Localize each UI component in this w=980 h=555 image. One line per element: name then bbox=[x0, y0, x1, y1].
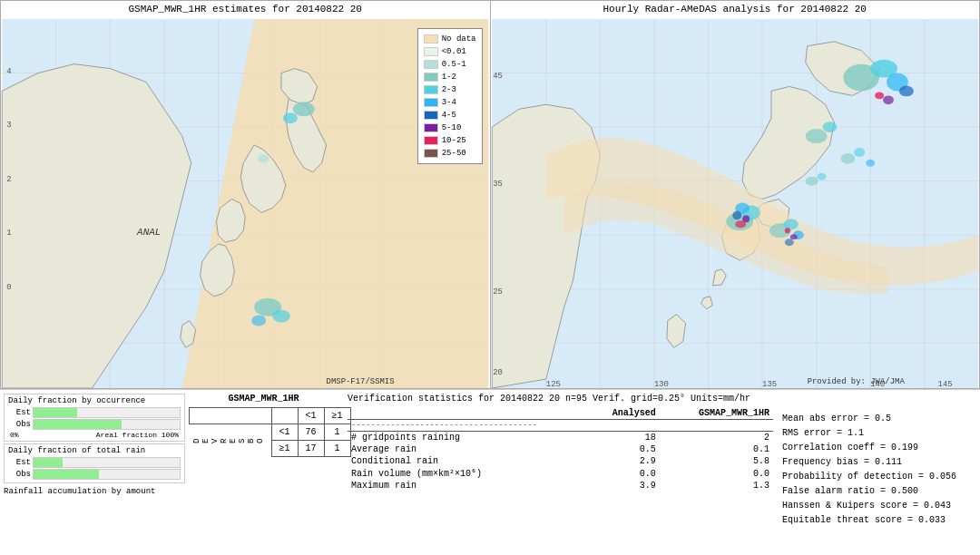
est-bar-row-2: Est bbox=[8, 457, 181, 468]
obs-label-2: Obs bbox=[8, 470, 31, 479]
axis-left-1: 0% bbox=[10, 431, 19, 439]
legend-color-nodata bbox=[424, 34, 438, 44]
verif-val-rainvol-a: 0.0 bbox=[585, 467, 660, 480]
svg-point-66 bbox=[805, 177, 818, 186]
main-container: GSMAP_MWR_1HR estimates for 20140822 20 … bbox=[0, 0, 980, 555]
verif-label-avgrain: Average rain bbox=[348, 443, 585, 455]
est-bar-fill-1 bbox=[34, 408, 77, 417]
color-legend: No data <0.01 0.5-1 1-2 2-3 bbox=[417, 28, 483, 164]
svg-point-65 bbox=[866, 160, 875, 167]
est-label-1: Est bbox=[8, 408, 31, 417]
legend-color-3 bbox=[424, 98, 438, 107]
svg-text:25: 25 bbox=[493, 287, 503, 297]
verif-val-avgrain-g: 0.1 bbox=[660, 443, 773, 455]
svg-text:Provided by: JWA/JMA: Provided by: JWA/JMA bbox=[807, 377, 905, 386]
verif-val-gridpoints-g: 2 bbox=[660, 432, 773, 444]
svg-text:ANAL: ANAL bbox=[136, 227, 161, 238]
obs-bar-row-2: Obs bbox=[8, 469, 181, 480]
ct-corner-empty2 bbox=[271, 408, 298, 424]
legend-item-3: 3-4 bbox=[424, 96, 476, 109]
verif-header-analysed: Analysed bbox=[585, 407, 660, 420]
svg-point-49 bbox=[805, 129, 827, 143]
svg-text:DMSP-F17/SSMIS: DMSP-F17/SSMIS bbox=[327, 377, 395, 386]
svg-point-67 bbox=[817, 173, 826, 180]
ct-row-header-2: ≥1 bbox=[271, 441, 298, 457]
svg-point-60 bbox=[784, 239, 793, 246]
svg-text:45: 45 bbox=[493, 72, 503, 81]
svg-text:20: 20 bbox=[493, 368, 503, 377]
legend-color-05 bbox=[424, 60, 438, 69]
legend-color-10 bbox=[424, 136, 438, 145]
metric-far: False alarm ratio = 0.500 bbox=[782, 484, 976, 499]
svg-text:35: 35 bbox=[493, 180, 503, 189]
right-map-canvas: 45 35 25 20 125 130 135 140 145 Provided… bbox=[491, 19, 980, 388]
left-map-title: GSMAP_MWR_1HR estimates for 20140822 20 bbox=[1, 1, 490, 17]
legend-item-5: 5-10 bbox=[424, 122, 476, 134]
axis-right-1: Areal fraction 100% bbox=[96, 431, 179, 439]
svg-point-16 bbox=[283, 112, 298, 123]
obs-bar-row-1: Obs bbox=[8, 419, 181, 430]
svg-text:1: 1 bbox=[6, 229, 11, 238]
metric-mae: Mean abs error = 0.5 bbox=[782, 412, 976, 426]
verif-val-maxrain-a: 3.9 bbox=[585, 480, 660, 492]
legend-label-25: 25-50 bbox=[442, 147, 466, 160]
est-bar-2 bbox=[33, 457, 181, 468]
right-map-svg: 45 35 25 20 125 130 135 140 145 Provided… bbox=[491, 19, 980, 388]
verif-header-empty bbox=[348, 407, 585, 420]
est-bar-row-1: Est bbox=[8, 407, 181, 418]
ct-corner-empty bbox=[190, 408, 272, 424]
verif-val-gridpoints-a: 18 bbox=[585, 432, 660, 444]
svg-point-58 bbox=[783, 219, 798, 229]
obs-bar-fill-1 bbox=[34, 420, 122, 429]
verif-separator: -------------------------------------- bbox=[348, 420, 773, 432]
legend-item-001: <0.01 bbox=[424, 45, 476, 58]
metric-pod: Probability of detection = 0.056 bbox=[782, 470, 976, 484]
verif-val-condrain-a: 2.9 bbox=[585, 455, 660, 467]
rainfall-accum-title: Rainfall accumulation by amount bbox=[4, 487, 185, 496]
total-rain-title: Daily fraction of total rain bbox=[8, 446, 181, 455]
ct-val-10: 17 bbox=[298, 441, 324, 457]
legend-color-25 bbox=[424, 149, 438, 158]
svg-point-47 bbox=[883, 95, 894, 104]
svg-point-63 bbox=[840, 153, 855, 164]
svg-point-46 bbox=[898, 85, 913, 96]
legend-item-1: 1-2 bbox=[424, 71, 476, 83]
verif-sep-row: -------------------------------------- bbox=[348, 420, 773, 432]
ct-observed-label: OBSERVED bbox=[190, 424, 272, 457]
svg-text:130: 130 bbox=[653, 380, 668, 388]
verif-label-condrain: Conditional rain bbox=[348, 455, 585, 467]
verif-row-condrain: Conditional rain 2.9 5.8 bbox=[348, 455, 773, 467]
legend-label-05: 0.5-1 bbox=[442, 58, 466, 71]
contingency-section: GSMAP_MWR_1HR <1 ≥1 OBSERVED <1 76 1 ≥1 … bbox=[189, 394, 338, 551]
right-map-panel: Hourly Radar-AMeDAS analysis for 2014082… bbox=[490, 0, 981, 389]
legend-label-5: 5-10 bbox=[442, 122, 462, 134]
metric-ets: Equitable threat score = 0.033 bbox=[782, 513, 976, 528]
metric-corr: Correlation coeff = 0.199 bbox=[782, 441, 976, 455]
legend-no-data: No data bbox=[424, 33, 476, 45]
verification-section: Verification statistics for 20140822 20 … bbox=[342, 394, 773, 551]
est-bar-fill-2 bbox=[34, 458, 63, 467]
legend-label-2: 2-3 bbox=[442, 83, 456, 96]
legend-item-05: 0.5-1 bbox=[424, 58, 476, 71]
est-label-2: Est bbox=[8, 458, 31, 467]
verif-row-avgrain: Average rain 0.5 0.1 bbox=[348, 443, 773, 455]
legend-label-001: <0.01 bbox=[442, 45, 466, 58]
svg-point-20 bbox=[251, 316, 266, 326]
metric-rms: RMS error = 1.1 bbox=[782, 426, 976, 441]
total-rain-chart: Daily fraction of total rain Est Obs bbox=[4, 443, 185, 483]
legend-color-4 bbox=[424, 111, 438, 120]
verif-row-gridpoints: # gridpoints raining 18 2 bbox=[348, 432, 773, 444]
legend-item-4: 4-5 bbox=[424, 109, 476, 122]
ct-col-header-1: <1 bbox=[298, 408, 324, 424]
maps-section: GSMAP_MWR_1HR estimates for 20140822 20 … bbox=[0, 0, 980, 390]
bottom-section: Daily fraction by occurrence Est Obs 0% … bbox=[0, 390, 980, 555]
obs-bar-1 bbox=[33, 419, 181, 430]
legend-label-4: 4-5 bbox=[442, 109, 456, 122]
legend-color-001 bbox=[424, 47, 438, 56]
svg-text:135: 135 bbox=[762, 380, 777, 388]
legend-item-25: 25-50 bbox=[424, 147, 476, 160]
contingency-table: <1 ≥1 OBSERVED <1 76 1 ≥1 17 1 bbox=[189, 407, 351, 457]
svg-text:125: 125 bbox=[545, 380, 560, 388]
svg-text:2: 2 bbox=[6, 175, 11, 184]
ct-row-header-1: <1 bbox=[271, 424, 298, 441]
